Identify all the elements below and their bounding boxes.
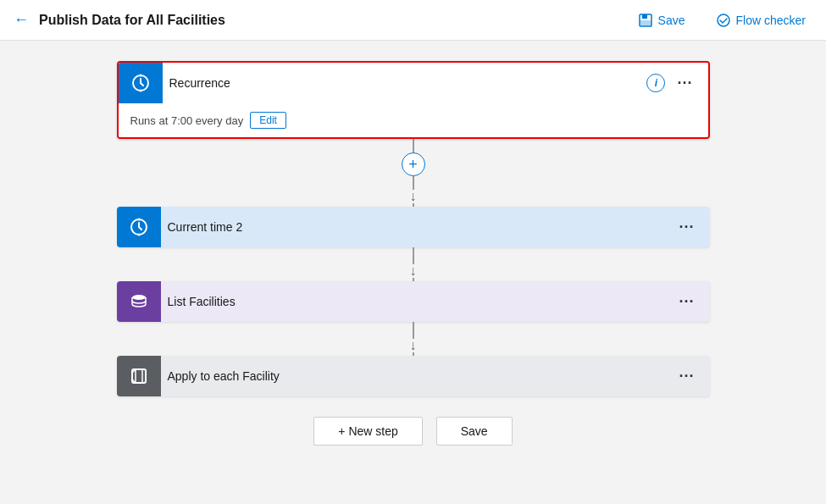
header-actions: Save Flow checker (631, 9, 812, 31)
recurrence-title: Recurrence (163, 76, 647, 90)
save-icon (638, 13, 653, 28)
svg-point-5 (139, 90, 141, 92)
clock-icon-2 (129, 217, 149, 237)
recurrence-actions: i ··· (646, 73, 697, 94)
apply-each-menu-button[interactable]: ··· (674, 366, 699, 387)
recurrence-header: Recurrence i ··· (119, 63, 708, 103)
arrow-icon: ↓ (410, 190, 417, 203)
svg-point-9 (132, 295, 146, 300)
flow-checker-button[interactable]: Flow checker (709, 9, 812, 31)
add-step-button[interactable]: + (402, 152, 425, 176)
arrow-icon-3: ↓ (410, 339, 417, 352)
back-button[interactable]: ← (14, 11, 29, 29)
list-facilities-title: List Facilities (161, 295, 674, 308)
recurrence-detail-text: Runs at 7:00 every day (130, 114, 244, 127)
svg-rect-2 (640, 20, 651, 25)
header-left: ← Publish Data for All Facilities (14, 11, 631, 29)
bottom-actions: + New step Save (313, 417, 512, 446)
connector-line-2 (413, 247, 414, 264)
connector-add: + ↓ (402, 139, 425, 207)
apply-each-header: Apply to each Facility ··· (117, 356, 710, 396)
apply-each-step[interactable]: Apply to each Facility ··· (117, 356, 710, 396)
list-facilities-header: List Facilities ··· (117, 281, 710, 322)
current-time-step[interactable]: Current time 2 ··· (117, 207, 710, 247)
current-time-header: Current time 2 ··· (117, 207, 710, 247)
list-facilities-menu-button[interactable]: ··· (674, 291, 699, 313)
database-icon (129, 291, 149, 312)
current-time-title: Current time 2 (161, 220, 674, 234)
svg-point-7 (137, 219, 140, 221)
list-facilities-icon-area (117, 281, 161, 322)
bottom-save-button[interactable]: Save (436, 417, 513, 446)
recurrence-menu-button[interactable]: ··· (672, 73, 697, 94)
connector-line-top (413, 139, 414, 152)
current-time-icon-area (117, 207, 161, 247)
svg-rect-1 (642, 14, 647, 19)
new-step-button[interactable]: + New step (313, 417, 422, 446)
connector-2: ↓ (410, 247, 417, 281)
connector-3: ↓ (410, 322, 417, 356)
flow-container: Recurrence i ··· Runs at 7:00 every day … (117, 61, 710, 446)
svg-point-8 (137, 234, 140, 236)
connector-line-3 (413, 322, 414, 339)
recurrence-step[interactable]: Recurrence i ··· Runs at 7:00 every day … (117, 61, 710, 139)
svg-point-4 (139, 75, 141, 77)
flow-checker-icon (716, 13, 731, 28)
recurrence-icon-area (119, 63, 163, 103)
flow-canvas: Recurrence i ··· Runs at 7:00 every day … (0, 41, 826, 504)
recurrence-detail: Runs at 7:00 every day Edit (119, 103, 708, 137)
current-time-menu-button[interactable]: ··· (674, 217, 699, 238)
apply-each-icon-area (117, 356, 161, 396)
connector-line-bottom (413, 176, 414, 190)
edit-button[interactable]: Edit (250, 112, 286, 129)
arrow-icon-2: ↓ (410, 264, 417, 278)
apply-each-title: Apply to each Facility (161, 369, 674, 383)
list-facilities-actions: ··· (674, 291, 699, 313)
save-button[interactable]: Save (631, 9, 692, 31)
current-time-actions: ··· (674, 217, 699, 238)
page-title: Publish Data for All Facilities (39, 13, 225, 28)
clock-icon (130, 73, 151, 93)
info-button[interactable]: i (646, 74, 665, 92)
apply-each-actions: ··· (674, 366, 699, 387)
loop-icon (129, 366, 149, 386)
list-facilities-step[interactable]: List Facilities ··· (117, 281, 710, 322)
app-header: ← Publish Data for All Facilities Save F… (0, 0, 826, 41)
